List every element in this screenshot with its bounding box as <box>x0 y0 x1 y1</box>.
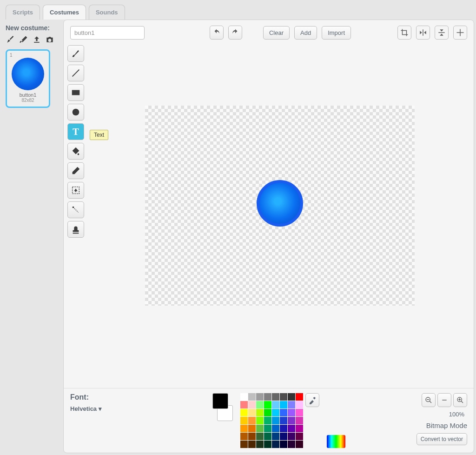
palette-cell[interactable] <box>272 401 279 408</box>
palette-cell[interactable] <box>264 401 271 408</box>
palette-cell[interactable] <box>248 393 256 401</box>
palette-cell[interactable] <box>240 393 248 401</box>
palette-cell[interactable] <box>280 425 287 432</box>
zoom-reset-button[interactable] <box>437 393 451 407</box>
palette-cell[interactable] <box>280 433 287 440</box>
palette-cell[interactable] <box>272 425 279 432</box>
camera-icon[interactable] <box>45 34 55 45</box>
undo-button[interactable] <box>210 26 224 40</box>
palette-cell[interactable] <box>288 393 295 401</box>
color-swatches[interactable] <box>212 393 233 421</box>
canvas-area <box>86 43 474 388</box>
palette-cell[interactable] <box>280 393 287 401</box>
palette-cell[interactable] <box>248 401 256 408</box>
brush-tool[interactable] <box>67 45 84 62</box>
palette-cell[interactable] <box>288 433 295 440</box>
palette-cell[interactable] <box>248 433 256 440</box>
gradient-picker[interactable] <box>327 435 345 448</box>
palette-cell[interactable] <box>264 409 271 416</box>
costume-panel: New costume: 1 button1 82x82 <box>2 20 63 453</box>
palette-cell[interactable] <box>296 417 303 424</box>
ellipse-tool[interactable] <box>67 104 84 120</box>
palette-cell[interactable] <box>272 441 279 448</box>
palette-cell[interactable] <box>272 393 279 401</box>
import-button[interactable]: Import <box>322 26 351 40</box>
rectangle-tool[interactable] <box>67 84 84 101</box>
palette-cell[interactable] <box>288 401 295 408</box>
palette-cell[interactable] <box>296 425 303 432</box>
primary-color-swatch[interactable] <box>212 393 228 409</box>
palette-cell[interactable] <box>296 401 303 408</box>
palette-cell[interactable] <box>248 409 256 416</box>
tab-sounds[interactable]: Sounds <box>89 5 125 20</box>
add-button[interactable]: Add <box>294 26 317 40</box>
palette-cell[interactable] <box>280 441 287 448</box>
eraser-tool[interactable] <box>67 162 84 179</box>
palette-cell[interactable] <box>256 425 264 432</box>
tab-costumes[interactable]: Costumes <box>43 5 86 20</box>
palette-cell[interactable] <box>240 425 248 432</box>
palette-cell[interactable] <box>296 441 303 448</box>
palette-cell[interactable] <box>264 425 271 432</box>
line-tool[interactable] <box>67 65 84 81</box>
flip-vertical-icon[interactable] <box>435 26 449 40</box>
redo-button[interactable] <box>228 26 242 40</box>
crop-icon[interactable] <box>397 26 411 40</box>
set-center-icon[interactable] <box>453 26 467 40</box>
wand-tool[interactable] <box>67 201 84 218</box>
font-selector[interactable]: Helvetica ▾ <box>70 405 205 412</box>
costume-thumbnail[interactable]: 1 button1 82x82 <box>6 49 50 108</box>
palette-cell[interactable] <box>264 417 271 424</box>
clear-button[interactable]: Clear <box>263 26 290 40</box>
palette-cell[interactable] <box>288 417 295 424</box>
palette-cell[interactable] <box>248 441 256 448</box>
palette-cell[interactable] <box>280 417 287 424</box>
select-tool[interactable] <box>67 182 84 199</box>
palette-cell[interactable] <box>240 441 248 448</box>
svg-rect-8 <box>442 400 446 400</box>
palette-cell[interactable] <box>264 393 271 401</box>
stamp-tool[interactable] <box>67 221 84 238</box>
tab-scripts[interactable]: Scripts <box>6 5 40 20</box>
tabs: Scripts Costumes Sounds <box>0 0 476 20</box>
palette-cell[interactable] <box>272 417 279 424</box>
palette-cell[interactable] <box>256 417 264 424</box>
palette-cell[interactable] <box>296 393 303 401</box>
palette-cell[interactable] <box>280 401 287 408</box>
palette-cell[interactable] <box>264 433 271 440</box>
palette-cell[interactable] <box>248 417 256 424</box>
convert-to-vector-button[interactable]: Convert to vector <box>416 433 467 445</box>
palette-cell[interactable] <box>240 417 248 424</box>
canvas[interactable] <box>145 106 415 306</box>
palette-cell[interactable] <box>256 393 264 401</box>
palette-cell[interactable] <box>256 409 264 416</box>
eyedropper-tool[interactable] <box>305 393 319 407</box>
color-palette[interactable] <box>240 393 304 448</box>
palette-cell[interactable] <box>296 409 303 416</box>
palette-cell[interactable] <box>296 433 303 440</box>
palette-cell[interactable] <box>264 441 271 448</box>
paint-new-icon[interactable] <box>6 34 16 45</box>
palette-cell[interactable] <box>240 401 248 408</box>
upload-icon[interactable] <box>32 34 42 45</box>
flip-horizontal-icon[interactable] <box>416 26 430 40</box>
fill-tool[interactable] <box>67 143 84 160</box>
font-label: Font: <box>70 393 205 401</box>
zoom-in-button[interactable] <box>453 393 467 407</box>
palette-cell[interactable] <box>240 433 248 440</box>
palette-cell[interactable] <box>288 409 295 416</box>
palette-cell[interactable] <box>272 409 279 416</box>
palette-cell[interactable] <box>256 401 264 408</box>
palette-cell[interactable] <box>272 433 279 440</box>
paintbrush-icon[interactable] <box>19 34 29 45</box>
palette-cell[interactable] <box>288 441 295 448</box>
palette-cell[interactable] <box>280 409 287 416</box>
palette-cell[interactable] <box>288 425 295 432</box>
palette-cell[interactable] <box>248 425 256 432</box>
text-tool[interactable]: T <box>67 123 84 140</box>
palette-cell[interactable] <box>240 409 248 416</box>
palette-cell[interactable] <box>256 433 264 440</box>
palette-cell[interactable] <box>256 441 264 448</box>
zoom-out-button[interactable] <box>422 393 436 407</box>
costume-name-input[interactable] <box>70 26 145 40</box>
